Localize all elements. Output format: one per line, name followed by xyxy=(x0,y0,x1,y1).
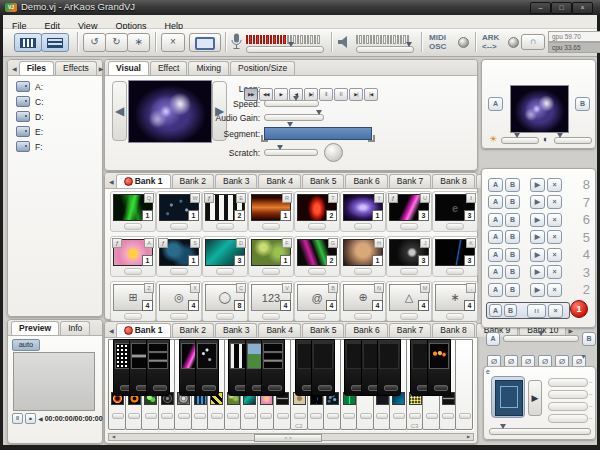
mic-volume-slider[interactable] xyxy=(246,46,324,53)
clip-cell[interactable]: Y1 xyxy=(340,191,386,232)
drive-item[interactable]: F: xyxy=(8,139,44,154)
clip-cell[interactable]: D3 xyxy=(202,236,248,277)
maximize-button[interactable]: □ xyxy=(551,2,572,14)
key-button[interactable] xyxy=(268,385,282,391)
kb-bank-tab-bank-3[interactable]: Bank 3 xyxy=(215,323,257,337)
bank-tab-bank-3[interactable]: Bank 3 xyxy=(215,174,257,188)
preview-pause-button[interactable]: II xyxy=(12,413,23,424)
layer-play-button[interactable]: ▶ xyxy=(530,283,545,297)
mic-volume-thumb[interactable] xyxy=(288,42,294,47)
speed-thumb[interactable] xyxy=(293,96,299,101)
layer-a-button[interactable]: A xyxy=(488,248,503,262)
contrast-slider[interactable] xyxy=(554,137,592,144)
clip-button[interactable] xyxy=(170,223,188,230)
clip-button[interactable] xyxy=(170,268,188,275)
param-slider-2[interactable] xyxy=(548,390,588,399)
layer-play-button[interactable]: ▶ xyxy=(530,265,545,279)
clip-cell[interactable]: ƒE2 xyxy=(202,191,248,232)
close-button[interactable]: × xyxy=(572,2,593,14)
clip-cell[interactable]: eI3 xyxy=(432,191,478,232)
minimize-button[interactable]: – xyxy=(530,2,551,14)
clip-cell[interactable]: ƒU3 xyxy=(386,191,432,232)
bank-tab-bank-5[interactable]: Bank 5 xyxy=(302,174,344,188)
clip-button[interactable] xyxy=(124,313,142,320)
clip-button[interactable] xyxy=(446,223,464,230)
source-tab-effect[interactable]: Effect xyxy=(150,61,188,75)
keyboard-view-button[interactable] xyxy=(14,33,42,52)
brightness-slider[interactable] xyxy=(501,137,539,144)
crossfader-b-button[interactable]: B xyxy=(582,332,596,346)
speed-slider[interactable] xyxy=(264,100,319,107)
layer-a-button[interactable]: A xyxy=(488,230,503,244)
kb-bank-tab-bank-2[interactable]: Bank 2 xyxy=(172,323,214,337)
headphones-button[interactable]: ∩ xyxy=(521,34,545,50)
drive-item[interactable]: E: xyxy=(8,124,44,139)
browser-tab-effects[interactable]: Effects xyxy=(55,61,97,75)
key-button[interactable] xyxy=(310,413,322,419)
clip-button[interactable] xyxy=(400,268,418,275)
clip-button[interactable] xyxy=(446,268,464,275)
preview-stop-button[interactable]: ■ xyxy=(25,413,36,424)
layer-a-button[interactable]: A xyxy=(488,265,503,279)
key-button[interactable] xyxy=(409,413,421,419)
source-tab-mixing[interactable]: Mixing xyxy=(188,61,229,75)
brightness-thumb[interactable] xyxy=(514,133,520,138)
kb-bank-tab-bank-6[interactable]: Bank 6 xyxy=(345,323,387,337)
key-button[interactable] xyxy=(145,413,157,419)
layer-level-slider[interactable] xyxy=(489,428,591,435)
kb-bank-tab-bank-5[interactable]: Bank 5 xyxy=(302,323,344,337)
preview-tab-preview[interactable]: Preview xyxy=(11,321,59,335)
layer-b-button[interactable]: B xyxy=(505,178,520,192)
segment-thumb[interactable] xyxy=(287,122,293,127)
kb-bank-tab-bank-4[interactable]: Bank 4 xyxy=(258,323,300,337)
clip-cell[interactable]: W1 xyxy=(156,191,202,232)
layer-level-thumb[interactable] xyxy=(500,424,506,429)
clip-cell[interactable]: R1 xyxy=(248,191,294,232)
scroll-left-icon[interactable]: ◀ xyxy=(109,434,118,440)
drive-item[interactable]: A: xyxy=(8,79,44,94)
key-button[interactable] xyxy=(194,413,206,419)
channel-a-button[interactable]: A xyxy=(488,97,503,111)
loop-mode-button[interactable]: |◀ xyxy=(364,88,378,101)
clip-cell[interactable]: K3 xyxy=(432,236,478,277)
clip-button[interactable] xyxy=(308,268,326,275)
layer-pause-button[interactable]: I I xyxy=(527,304,546,318)
layer-play-button[interactable]: ▶ xyxy=(530,178,545,192)
sync-ccw-button[interactable]: ↺ xyxy=(83,33,106,52)
layer-b-button[interactable]: B xyxy=(505,283,520,297)
layer-clear-button[interactable]: × xyxy=(547,283,562,297)
piano-black-key[interactable] xyxy=(377,339,401,396)
clip-button[interactable] xyxy=(354,223,372,230)
scratch-slider[interactable] xyxy=(264,149,318,156)
layer-a-button[interactable]: A xyxy=(488,178,503,192)
clip-cell[interactable]: 123V4 xyxy=(248,281,294,322)
layer-b-button[interactable]: B xyxy=(505,265,520,279)
clip-button[interactable] xyxy=(124,268,142,275)
clip-button[interactable] xyxy=(400,223,418,230)
key-button[interactable] xyxy=(260,413,272,419)
clip-cell[interactable]: @B4 xyxy=(294,281,340,322)
layer-clear-button[interactable]: × xyxy=(547,265,562,279)
kb-bank-tab-bank-7[interactable]: Bank 7 xyxy=(389,323,431,337)
clip-cell[interactable]: Q1 xyxy=(110,191,156,232)
scrollbar-handle[interactable]: < > xyxy=(254,434,322,442)
piano-black-key[interactable] xyxy=(427,339,451,396)
mixer-view-button[interactable] xyxy=(41,33,69,52)
clip-button[interactable] xyxy=(400,313,418,320)
clip-cell[interactable]: ƒA1 xyxy=(110,236,156,277)
segment-end-handle[interactable] xyxy=(368,135,375,142)
key-button[interactable] xyxy=(376,413,388,419)
layer-a-button[interactable]: A xyxy=(488,213,503,227)
source-tab-visual[interactable]: Visual xyxy=(108,61,149,75)
layer-b-button[interactable]: B xyxy=(505,230,520,244)
param-slider-1[interactable] xyxy=(548,378,588,387)
key-button[interactable] xyxy=(343,413,355,419)
key-button[interactable] xyxy=(384,385,398,391)
clip-button[interactable] xyxy=(170,313,188,320)
layer-b-button[interactable]: B xyxy=(505,213,520,227)
scratch-knob[interactable] xyxy=(324,143,343,162)
ark-indicator[interactable] xyxy=(508,37,519,48)
scratch-thumb[interactable] xyxy=(277,145,283,150)
sync-cw-button[interactable]: ↻ xyxy=(105,33,128,52)
clip-button[interactable] xyxy=(216,268,234,275)
